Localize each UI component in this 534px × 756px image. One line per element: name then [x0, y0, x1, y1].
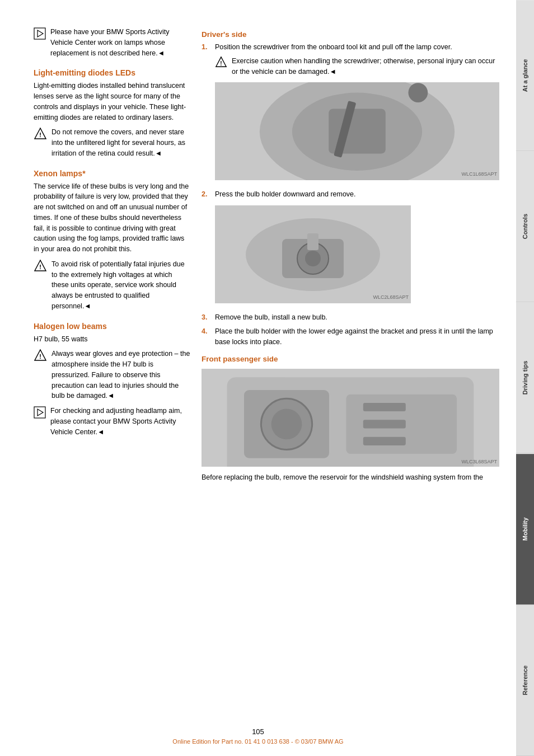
svg-marker-1 [38, 30, 43, 37]
halogen-warning-text: Always wear gloves and eye protection – … [51, 349, 190, 401]
section-heading-led: Light-emitting diodes LEDs [34, 68, 190, 77]
image1-tag: WLC1L68SAPT [461, 171, 497, 179]
warning-icon-step1: ! [215, 56, 227, 72]
front-passenger-body: Before replacing the bulb, remove the re… [202, 472, 499, 483]
step-3-text: Remove the bulb, install a new bulb. [215, 312, 327, 323]
halogen-note-text: For checking and adjusting headlamp aim,… [50, 406, 190, 437]
led-warning-text: Do not remove the covers, and never star… [51, 127, 190, 158]
svg-text:!: ! [39, 353, 41, 360]
svg-text:!: ! [39, 264, 41, 270]
step-1: 1. Position the screwdriver from the onb… [202, 42, 499, 186]
sidebar-tab-reference[interactable]: Reference [516, 605, 534, 756]
svg-point-28 [271, 409, 302, 440]
halogen-note: For checking and adjusting headlamp aim,… [34, 406, 190, 437]
svg-text:!: ! [220, 60, 222, 66]
right-column: Driver's side 1. Position the screwdrive… [202, 22, 499, 739]
sidebar-right: At a glance Controls Driving tips Mobili… [516, 0, 534, 756]
drivers-side-heading: Driver's side [202, 30, 499, 39]
step1-warning-text: Exercise caution when handling the screw… [232, 56, 499, 77]
page-footer: 105 Online Edition for Part no. 01 41 0 … [0, 727, 516, 745]
xenon-warning-text: To avoid risk of potentially fatal injur… [51, 259, 190, 312]
sidebar-tab-driving-tips[interactable]: Driving tips [516, 302, 534, 453]
led-body-text: Light-emitting diodes installed behind t… [34, 81, 190, 123]
svg-rect-31 [363, 420, 406, 429]
step-2-num: 2. [202, 189, 210, 309]
play-icon [34, 27, 46, 41]
warning-icon-xenon: ! [34, 259, 47, 274]
svg-marker-9 [38, 409, 43, 416]
halogen-sub-heading: H7 bulb, 55 watts [34, 334, 190, 345]
svg-rect-32 [363, 437, 406, 445]
step-3: 3. Remove the bulb, install a new bulb. [202, 312, 499, 323]
sidebar-tab-mobility[interactable]: Mobility [516, 454, 534, 605]
left-column: Please have your BMW Sports Activity Veh… [34, 22, 190, 739]
play-icon-halogen [34, 406, 46, 420]
front-passenger-heading: Front passenger side [202, 355, 499, 363]
step-1-num: 1. [202, 42, 210, 186]
svg-rect-23 [307, 233, 318, 250]
svg-point-17 [408, 83, 428, 102]
step-3-num: 3. [202, 312, 210, 323]
front-passenger-image-tag: WLC3L68SAPT [461, 459, 497, 464]
section-heading-halogen: Halogen low beams [34, 322, 190, 331]
step-4-num: 4. [202, 326, 210, 348]
sidebar-tab-controls[interactable]: Controls [516, 151, 534, 302]
page-number: 105 [0, 727, 516, 736]
sidebar-tab-at-a-glance[interactable]: At a glance [516, 0, 534, 151]
led-warning: ! Do not remove the covers, and never st… [34, 127, 190, 158]
warning-icon-halogen: ! [34, 349, 47, 364]
section-heading-xenon: Xenon lamps* [34, 169, 190, 178]
step-1-text: Position the screwdriver from the onboar… [215, 43, 452, 51]
steps-list: 1. Position the screwdriver from the onb… [202, 42, 499, 347]
step-2-text: Press the bulb holder downward and remov… [215, 190, 356, 198]
image2-tag: WLC2L68SAPT [373, 294, 409, 302]
front-passenger-image: WLC3L68SAPT [202, 369, 499, 467]
xenon-body-text: The service life of these bulbs is very … [34, 181, 190, 255]
top-note: Please have your BMW Sports Activity Veh… [34, 27, 190, 58]
svg-point-22 [305, 251, 321, 266]
footer-link: Online Edition for Part no. 01 41 0 013 … [0, 738, 516, 745]
svg-text:!: ! [39, 132, 41, 138]
xenon-warning: ! To avoid risk of potentially fatal inj… [34, 259, 190, 312]
step1-warning: ! Exercise caution when handling the scr… [215, 56, 499, 77]
step2-image: WLC2L68SAPT [215, 205, 411, 303]
halogen-warning: ! Always wear gloves and eye protection … [34, 349, 190, 401]
top-note-text: Please have your BMW Sports Activity Veh… [50, 27, 190, 58]
step-2: 2. Press the bulb holder downward and re… [202, 189, 499, 309]
step-4-text: Place the bulb holder with the lower edg… [215, 326, 499, 348]
warning-icon-led: ! [34, 127, 47, 142]
step-4: 4. Place the bulb holder with the lower … [202, 326, 499, 348]
step1-image: WLC1L68SAPT [215, 82, 499, 180]
svg-rect-30 [363, 403, 406, 411]
